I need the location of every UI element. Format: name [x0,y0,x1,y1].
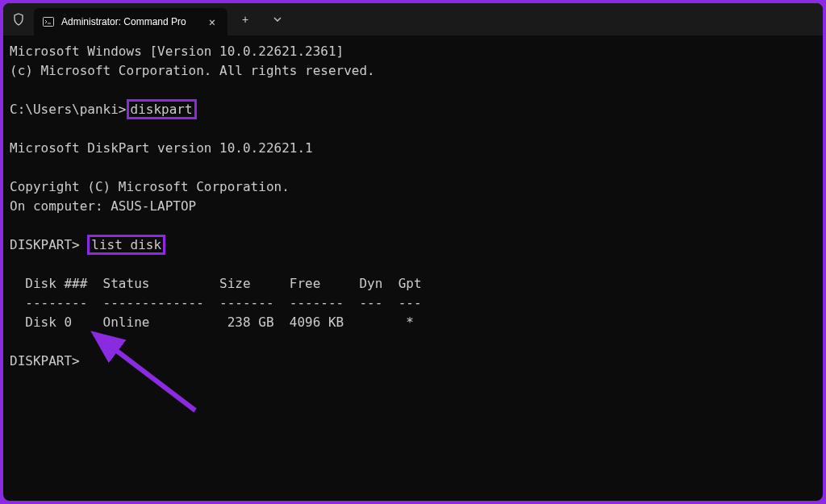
terminal-output[interactable]: Microsoft Windows [Version 10.0.22621.23… [3,35,823,377]
tab-close-button[interactable]: ✕ [205,15,219,29]
table-row-disk0: Disk 0 Online 238 GB 4096 KB * [10,314,414,330]
tab-dropdown-button[interactable] [263,7,292,31]
computer-name: On computer: ASUS-LAPTOP [10,198,196,214]
diskpart-copyright: Copyright (C) Microsoft Corporation. [10,179,290,194]
titlebar: Administrator: Command Pro ✕ + [3,3,823,35]
terminal-window: Administrator: Command Pro ✕ + Microsoft… [3,3,823,501]
new-tab-button[interactable]: + [231,7,260,31]
prompt-prefix: C:\Users\panki> [10,102,127,117]
command-diskpart: diskpart [127,99,197,119]
tab-title: Administrator: Command Pro [61,16,198,27]
command-list-disk: list disk [87,235,165,255]
shield-icon [11,12,26,27]
svg-rect-0 [44,18,54,27]
copyright-line: (c) Microsoft Corporation. All rights re… [10,63,375,78]
version-line: Microsoft Windows [Version 10.0.22621.23… [10,44,344,59]
tab-active[interactable]: Administrator: Command Pro ✕ [34,8,227,35]
diskpart-prompt-empty: DISKPART> [10,353,80,369]
diskpart-prompt: DISKPART> [10,237,87,252]
terminal-icon [42,15,55,28]
diskpart-version: Microsoft DiskPart version 10.0.22621.1 [10,140,313,156]
table-header: Disk ### Status Size Free Dyn Gpt [10,276,422,291]
table-divider: -------- ------------- ------- ------- -… [10,295,422,310]
